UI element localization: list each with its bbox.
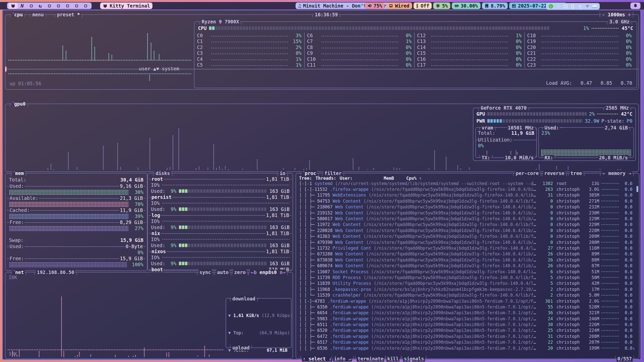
system-tray[interactable]: ✓≈ [546, 3, 600, 10]
workspace-2-neovim-icon[interactable]: N [18, 3, 27, 9]
process-row-11532[interactable]: │ [-]-11532 .firefox-wrappe (/nix/store/… [299, 186, 636, 192]
kitty-cat-icon [103, 3, 108, 8]
workspace-8-square-icon[interactable] [72, 3, 81, 9]
process-row-11968[interactable]: │ │ ├─ 11968 .keepassxc-prox (/nix/store… [299, 286, 636, 292]
net-zero-button[interactable]: ┐zero┌ [230, 269, 249, 276]
window-title-pill[interactable]: Kitty Terminal [100, 3, 152, 9]
process-row-220028[interactable]: │ │ ├─ 220028 Web Content (/nix/store/fq… [299, 228, 636, 233]
disk-log: log1,81 TiB [151, 212, 290, 218]
col-cpu[interactable]: Cpu% [406, 176, 417, 181]
process-row-219152[interactable]: │ │ ├─ 219152 Web Content (/nix/store/fq… [299, 210, 636, 216]
tray-wave-icon[interactable]: ≈ [556, 4, 561, 9]
tx-label: └TX:└ [478, 154, 494, 161]
col-memb[interactable]: MemB [367, 176, 394, 181]
volume-module[interactable]: 75% [365, 3, 385, 9]
vram-frequency: 10501 MHz┐ [507, 124, 537, 131]
net-auto-button[interactable]: ┐auto┌ [213, 269, 232, 276]
gpu-panel-title[interactable]: ┌⁵gpu0┌ [9, 100, 29, 107]
process-row-6517[interactable]: │ │ ├─ 6517 .ferdium-wrappe (/nix/store/… [299, 339, 636, 345]
tray-funnel-icon[interactable] [585, 4, 590, 9]
cpu-bar-label: CPU [198, 25, 207, 31]
tray-keyboard-icon[interactable] [592, 4, 597, 9]
disk-value: 8.79% [491, 3, 505, 9]
disks-io-button[interactable]: ┐io┐ [276, 170, 289, 177]
process-row-479390[interactable]: │ │ ├─ 479390 Web Content (/nix/store/fq… [299, 239, 636, 245]
process-row-41363[interactable]: │ │ ├─ 41363 Web Content (/nix/store/fqa… [299, 234, 636, 239]
select-buttons[interactable]: └↑ select ↓└ [299, 355, 335, 362]
workspaces[interactable]: N↻ [7, 3, 92, 9]
info-button[interactable]: ┘info ↵└ [330, 355, 355, 362]
process-row-6350[interactable]: │ │ ├─ 6350 .ferdium-wrappe (/nix/store/… [299, 304, 636, 310]
cpu-graph-mode-label[interactable]: user ▲▼ system [139, 66, 192, 71]
proc-column-headers[interactable]: Tree: Threads: User: MemB Cpu% ↑ [296, 173, 639, 179]
process-row-11732[interactable]: │ │ ├─ 11732 Privileged Cont (/nix/store… [299, 245, 636, 251]
signals-button[interactable]: ┘signals┘ [400, 355, 428, 362]
core-row-C19: C190% [527, 38, 632, 44]
cpu-core-box: ┌Ryzen 9 7900X┌ ┐3.0 GHz┐ CPU 1% 45°C C0… [194, 21, 637, 88]
terminate-button[interactable]: ┘terminate┘ [354, 355, 387, 362]
workspace-5-square-icon[interactable] [45, 3, 54, 9]
gpu-power: 32.9W [585, 118, 599, 124]
proc-filter-button[interactable]: ┐filter┌ [321, 170, 345, 177]
cpu-panel-title[interactable]: ┌¹cpu┌ [9, 11, 26, 18]
process-row-11539[interactable]: │ │ └─ 11539 crashhelper (/nix/store/fqa… [299, 292, 636, 298]
mem-graph-cached: 39% [9, 213, 143, 219]
process-row-673038[interactable]: │ │ ├─ 673038 Web Content (/nix/store/fq… [299, 257, 636, 263]
mem-panel-title[interactable]: ┌²mem┌ [10, 170, 27, 177]
notifications-button[interactable] [630, 3, 640, 9]
workspace-1-cat-icon[interactable] [9, 3, 18, 9]
kill-button[interactable]: ┘kill┘ [384, 355, 403, 362]
tray-check-icon[interactable]: ✓ [548, 4, 553, 9]
process-row-11839[interactable]: │ │ ├─ 11839 Utility Process (/nix/store… [299, 281, 636, 286]
menu-button[interactable]: ┐menu┌ [29, 11, 48, 18]
net-sync-button[interactable]: ┐sync┌ [196, 269, 215, 276]
process-row-6472[interactable]: │ │ ├─ 6472 .ferdium-wrappe (/nix/store/… [299, 333, 636, 339]
process-row-689674[interactable]: │ │ ├─ 689674 Web Content (/nix/store/fq… [299, 263, 636, 268]
bluetooth-module[interactable]: ᛒOff [414, 3, 432, 9]
workspace-7-square-icon[interactable] [63, 3, 72, 9]
tray-key-icon[interactable] [578, 4, 583, 9]
cpu-temp-graph [591, 28, 619, 29]
net-panel-title[interactable]: ┌³net┌ [10, 269, 27, 276]
gpu-power-label: PWR [476, 118, 485, 124]
process-row-6520[interactable]: │ │ ├─ 6520 .ferdium-wrappe (/nix/store/… [299, 328, 636, 333]
sort-column-switch[interactable]: ┐← memory →┐ [599, 170, 635, 177]
per-core-button[interactable]: ┐per-core┌ [512, 170, 542, 177]
net-interface-switch[interactable]: ┐←b enp8s0 n→┌ [247, 269, 289, 276]
process-row-4783[interactable]: │ [-]~4783 .ferdium-wrappe (/nix/store/a… [299, 298, 636, 304]
workspace-3-square-icon[interactable] [27, 3, 36, 9]
reverse-button[interactable]: ┐reverse┌ [541, 170, 568, 177]
preset-button[interactable]: ┐preset *┌ [53, 11, 84, 18]
process-row-11795[interactable]: │ │ ├─ 11795 WebExtensions (/nix/store/f… [299, 192, 636, 198]
process-row-94753[interactable]: │ │ ├─ 94753 Web Content (/nix/store/fqa… [299, 198, 636, 204]
disk-log-io: IO% [151, 218, 290, 224]
tray-window-icon[interactable] [563, 4, 568, 9]
process-row-11739[interactable]: │ │ ├─ 11739 RDD Process (/nix/store/fqa… [299, 275, 636, 280]
process-row-5983[interactable]: │ │ ├─ 5983 .ferdium-wrappe (/nix/store/… [299, 316, 636, 322]
process-row-580017[interactable]: │ │ ├─ 580017 Web Content (/nix/store/fq… [299, 216, 636, 221]
proc-scrollbar[interactable] [636, 186, 638, 192]
memory-module[interactable]: 30.06% [452, 3, 480, 9]
workspace-9-square-icon[interactable] [81, 3, 90, 9]
proc-panel-title[interactable]: ┌⁴proc┐ [299, 170, 320, 177]
core-row-C23: C230% [527, 62, 632, 68]
graph-tick [5, 67, 7, 72]
disk-module[interactable]: 8.79% [482, 3, 508, 9]
process-row-11607[interactable]: │ │ ├─ 11607 Socket Process (/nix/store/… [299, 269, 636, 275]
process-row-6536[interactable]: │ │ ├─ 6536 .ferdium-wrappe (/nix/store/… [299, 345, 636, 351]
workspace-6-square-icon[interactable] [54, 3, 63, 9]
rx-rate: 26,8 MiB/s┘ [598, 154, 631, 161]
process-row-6654[interactable]: │ │ ├─ 6654 .ferdium-wrappe (/nix/store/… [299, 310, 636, 316]
cpu-module[interactable]: 5% [433, 3, 450, 9]
process-row-218067[interactable]: │ │ ├─ 218067 Web Content (/nix/store/fq… [299, 204, 636, 210]
process-row-6511[interactable]: │ │ ├─ 6511 .ferdium-wrappe (/nix/store/… [299, 322, 636, 327]
network-module[interactable]: Wired [386, 3, 412, 9]
cpu-usage-meter [209, 26, 581, 30]
process-row-11972[interactable]: │ │ ├─ 11972 Web Content (/nix/store/fqa… [299, 222, 636, 228]
process-row-1[interactable]: [-]-1 systemd (/run/current-system/syste… [299, 180, 636, 186]
workspace-4-refresh-icon[interactable]: ↻ [36, 3, 45, 9]
update-interval-control[interactable]: ┤- 1000ms +├ [598, 11, 634, 18]
tree-button[interactable]: ┐tree┌ [567, 170, 586, 177]
tray-phone-icon[interactable] [570, 4, 575, 9]
process-row-673288[interactable]: │ │ ├─ 673288 Web Content (/nix/store/fq… [299, 251, 636, 257]
